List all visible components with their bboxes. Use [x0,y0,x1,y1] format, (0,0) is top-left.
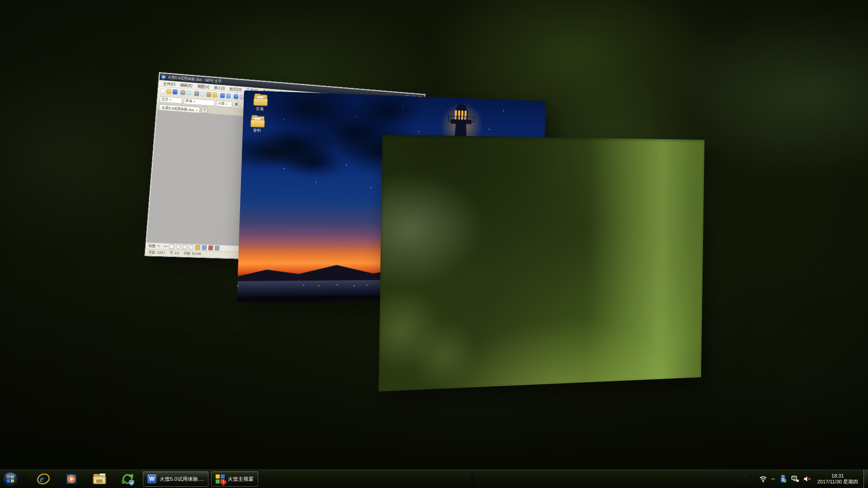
folder-icon [254,94,267,106]
green-sync-shield-icon [120,472,135,486]
new-tab-button[interactable]: + [201,107,208,113]
oval-shape-icon[interactable] [176,244,181,249]
menu-item[interactable]: 文件(F) [160,80,178,88]
taskbar-drag-handle[interactable] [22,472,27,486]
network-icon[interactable] [791,475,799,483]
rectangle-shape-icon[interactable] [169,244,175,249]
menu-item[interactable]: 插入(I) [212,84,227,91]
tb-insert-table[interactable] [234,94,239,99]
folder-label: 安装 [247,106,273,113]
foreground-silhouette [237,132,334,171]
tb-new-doc[interactable] [160,88,165,94]
line-shape-icon[interactable] [163,246,168,247]
select-arrow-icon[interactable]: ↖ [157,244,161,248]
system-tray: 18:31 2017/11/30 星期四 [759,473,860,485]
taskbar-clock[interactable]: 18:31 2017/11/30 星期四 [817,473,858,485]
status-item: 节: 1/1 [170,251,179,256]
taskbar-button-firefly-main[interactable]: ! 火萤主视窗 [211,471,259,487]
folder-label: 资料 [244,127,270,134]
drawing-toolbar-label[interactable]: 绘图 [148,243,156,249]
green-photo-edge [378,135,704,391]
hidden-icons-button[interactable] [771,479,775,479]
taskbar-item-media-player[interactable] [62,471,81,487]
taskbar-item-security-tool[interactable] [118,471,137,487]
shadow-style-icon[interactable] [215,246,220,251]
tab-close-icon[interactable]: × [196,108,198,112]
tb-sep [218,93,219,98]
tb-undo[interactable] [220,93,225,99]
status-item: 字数: 52236 [184,251,201,256]
tb-cut[interactable] [194,91,199,96]
status-item: 页面: 13/17 [148,250,165,255]
volume-muted-icon[interactable] [803,475,811,483]
clock-time: 18:31 [817,473,858,479]
font-color-icon[interactable] [208,245,213,250]
desktop-folder-docs[interactable]: 资料 [244,116,270,134]
taskbar: e [0,469,868,488]
style-select[interactable]: 正文 [160,96,183,104]
desktop: W 火萤5.0试用体验.doc - WPS 文字 – □ × 文件(F)编辑(E… [0,0,868,488]
svg-text:e: e [40,474,44,484]
font-select[interactable]: 宋体 [184,98,215,106]
line-color-icon[interactable] [202,245,207,250]
firefly-app-icon: ! [216,474,225,483]
taskbar-drag-handle[interactable] [470,472,474,486]
tb-copy[interactable] [200,91,205,97]
taskbar-button-label: 火萤主视窗 [228,476,254,483]
fill-color-icon[interactable] [195,245,200,250]
tb-paste[interactable] [206,92,211,97]
ghost-tray-icon[interactable]: ✕ [741,474,751,484]
internet-explorer-icon: e [37,472,50,486]
file-explorer-icon [92,472,107,486]
wps-writer-icon: W [147,474,156,483]
wps-app-icon: W [161,75,166,80]
tb-sep [179,89,179,95]
tb-print-preview[interactable] [186,90,191,96]
tb-print[interactable] [180,90,185,95]
taskbar-item-internet-explorer[interactable]: e [34,471,53,487]
shore-lights [237,285,238,286]
tb-format-painter[interactable] [212,92,217,98]
windows-orb-icon [3,471,18,487]
taskbar-item-file-explorer[interactable] [90,471,109,487]
tb-redo[interactable] [226,94,231,99]
menu-item[interactable]: 编辑(E) [178,82,195,89]
menu-item[interactable]: 视图(V) [195,83,212,90]
tb-sep [193,90,193,96]
taskbar-button-wps-document[interactable]: W 火萤5.0试用体验.... [143,471,208,487]
window-green-photo[interactable] [378,135,704,391]
textbox-icon[interactable] [182,244,187,249]
taskbar-button-label: 火萤5.0试用体验.... [160,476,204,483]
stars [244,90,245,91]
menu-item[interactable]: 格式(O) [227,86,244,93]
bold-button[interactable]: B [233,101,240,108]
font-size-select[interactable]: 小四 [216,100,232,107]
desktop-folder-installer[interactable]: 安装 [247,94,273,113]
clock-date: 2017/11/30 星期四 [817,479,858,485]
folder-icon [250,116,264,127]
wordart-icon[interactable] [189,245,193,250]
tb-save[interactable] [172,89,177,94]
usb-device-icon[interactable] [779,475,787,483]
wifi-icon[interactable] [759,475,767,483]
start-button[interactable] [1,470,19,488]
tb-open[interactable] [166,89,172,94]
tb-sep [232,94,233,99]
show-desktop-button[interactable] [863,470,868,488]
media-player-icon [65,472,78,486]
